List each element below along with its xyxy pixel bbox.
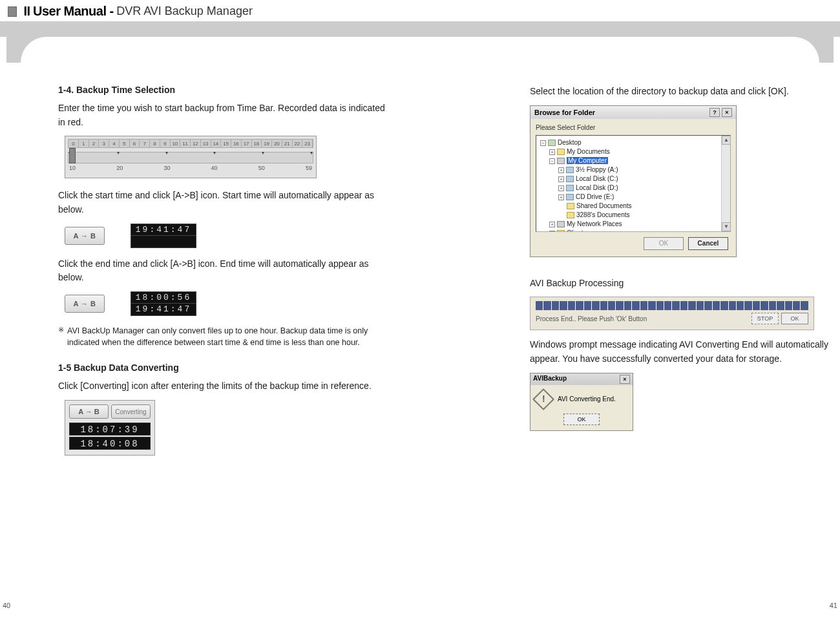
a-to-b-button[interactable]: A → B [65, 227, 105, 245]
progress-segment [680, 301, 688, 310]
tree-item-label: Local Disk (D:) [576, 184, 618, 191]
tree-item[interactable]: +3½ Floppy (A:) [539, 165, 729, 174]
time-bar-hour-cell[interactable]: 1 [79, 140, 89, 147]
header-title: User Manual - [33, 4, 114, 18]
progress-segment [729, 301, 736, 310]
progress-segment [744, 301, 751, 310]
a-to-b-button[interactable]: A → B [65, 295, 105, 313]
page-left: 1-4. Backup Time Selection Enter the tim… [0, 37, 420, 612]
time-bar-minute-label: 50 [258, 165, 265, 171]
a-to-b-button[interactable]: A → B [69, 404, 109, 419]
browse-folder-dialog: Browse for Folder ? × Please Select Fold… [530, 105, 737, 257]
folder-tree[interactable]: −Desktop+My Documents−My Computer+3½ Flo… [536, 135, 731, 232]
time-bar-hour-cell[interactable]: 23 [302, 140, 313, 147]
time-bar-hour-cell[interactable]: 0 [68, 140, 79, 147]
tree-item-label: 3½ Floppy (A:) [576, 166, 618, 173]
lcd-empty [131, 236, 196, 247]
dialog-prompt: Please Select Folder [536, 124, 731, 131]
section-1-5-intro: Click [Converting] icon after entering t… [58, 379, 388, 393]
close-icon[interactable]: × [620, 375, 630, 384]
progress-segment [769, 301, 776, 310]
scroll-up-icon[interactable]: ▲ [722, 136, 731, 145]
expand-icon[interactable]: + [549, 231, 555, 232]
time-bar-hour-cell[interactable]: 22 [293, 140, 303, 147]
progress-text: Process End.. Please Push 'Ok' Button [536, 315, 647, 322]
progress-segment [761, 301, 768, 310]
lcd-time-a: 18:00:56 [131, 292, 196, 304]
progress-segment [543, 301, 551, 310]
time-bar-hour-cell[interactable]: 17 [242, 140, 252, 147]
tree-item[interactable]: −Desktop [539, 138, 729, 147]
time-bar-hour-cell[interactable]: 7 [140, 140, 150, 147]
scroll-down-icon[interactable]: ▼ [722, 222, 731, 231]
progress-segment [568, 301, 575, 310]
time-bar-hour-cell[interactable]: 5 [120, 140, 130, 147]
time-bar-hour-cell[interactable]: 6 [130, 140, 140, 147]
ok-button[interactable]: OK [644, 237, 684, 250]
tree-item[interactable]: +CD Drive (E:) [539, 193, 729, 202]
time-bar-hour-cell[interactable]: 8 [150, 140, 160, 147]
time-bar-hour-cell[interactable]: 10 [171, 140, 181, 147]
tree-item[interactable]: +Local Disk (D:) [539, 184, 729, 193]
time-bar-minute-label: 30 [163, 165, 170, 171]
ok-button[interactable]: OK [781, 313, 808, 324]
tree-item-label: Client [567, 229, 583, 232]
convert-end-text: Windows prompt message indicating AVI Co… [530, 338, 834, 366]
progress-segment [801, 301, 808, 310]
progress-segment [608, 301, 615, 310]
tree-item[interactable]: +Local Disk (C:) [539, 174, 729, 184]
progress-segment [656, 301, 664, 310]
expand-icon[interactable]: + [558, 167, 564, 173]
page-header: II User Manual - DVR AVI Backup Manager [0, 0, 840, 23]
time-bar-hour-cell[interactable]: 2 [89, 140, 100, 147]
tree-item[interactable]: +My Network Places [539, 220, 729, 229]
time-bar-hour-cell[interactable]: 16 [231, 140, 242, 147]
progress-panel: Process End.. Please Push 'Ok' Button ST… [530, 297, 814, 330]
progress-segment [777, 301, 784, 310]
converting-button[interactable]: Converting [111, 404, 151, 419]
time-bar-hour-cell[interactable]: 15 [221, 140, 231, 147]
time-bar-hour-cell[interactable]: 14 [211, 140, 222, 147]
msgbox-titlebar: AVIBackup × [530, 373, 633, 385]
time-bar-hour-cell[interactable]: 12 [191, 140, 201, 147]
folder-icon [566, 185, 574, 191]
time-bar-hour-cell[interactable]: 19 [262, 140, 272, 147]
time-bar-minutes-row: 102030405059 [68, 165, 313, 171]
time-bar-hour-cell[interactable]: 21 [282, 140, 293, 147]
progress-segment [552, 301, 559, 310]
progress-segment [704, 301, 711, 310]
progress-segment [616, 301, 623, 310]
time-bar-marker-icon[interactable] [69, 148, 76, 163]
folder-icon [567, 203, 574, 209]
help-icon[interactable]: ? [709, 108, 720, 117]
time-bar-hour-cell[interactable]: 20 [272, 140, 282, 147]
cancel-button[interactable]: Cancel [688, 237, 728, 250]
progress-segment [624, 301, 631, 310]
ok-button[interactable]: OK [563, 414, 600, 425]
expand-icon[interactable]: + [558, 185, 564, 191]
section-1-4-title: 1-4. Backup Time Selection [58, 85, 388, 95]
expand-icon[interactable]: + [549, 149, 555, 155]
expand-icon[interactable]: + [558, 176, 564, 182]
time-bar-hour-cell[interactable]: 3 [99, 140, 109, 147]
expand-icon[interactable]: − [549, 158, 555, 164]
tree-item[interactable]: +My Documents [539, 147, 729, 156]
time-bar-hour-cell[interactable]: 18 [252, 140, 262, 147]
time-bar-hour-cell[interactable]: 9 [160, 140, 171, 147]
time-bar-hour-cell[interactable]: 13 [201, 140, 211, 147]
avi-processing-title: AVI Backup Processing [530, 277, 834, 291]
expand-icon[interactable]: − [540, 140, 546, 146]
time-bar-hour-cell[interactable]: 11 [180, 140, 191, 147]
scrollbar[interactable]: ▲ ▼ [721, 136, 730, 231]
time-bar-hour-cell[interactable]: 4 [109, 140, 120, 147]
close-icon[interactable]: × [722, 108, 732, 117]
time-bar-track[interactable]: ▾▾▾ ▾▾▾ [68, 152, 313, 163]
stop-button[interactable]: STOP [751, 313, 779, 324]
tree-item[interactable]: 3288's Documents [539, 211, 729, 220]
page-number-right: 41 [830, 602, 837, 609]
tree-item[interactable]: Shared Documents [539, 202, 729, 211]
expand-icon[interactable]: + [558, 194, 564, 200]
expand-icon[interactable]: + [549, 222, 555, 227]
tree-item[interactable]: +Client [539, 229, 729, 232]
tree-item[interactable]: −My Computer [539, 156, 729, 165]
